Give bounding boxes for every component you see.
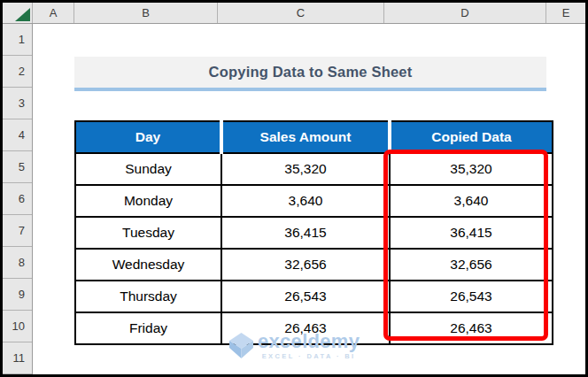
worksheet-area: A B C D E 1 2 3 4 5 6 7 8 9 10 11 Copyin…	[3, 3, 585, 374]
cell-sales[interactable]: 32,656	[221, 249, 390, 281]
watermark: exceldemy EXCEL · DATA · BI	[229, 332, 360, 360]
row-header-strip: 1 2 3 4 5 6 7 8 9 10 11	[3, 24, 33, 374]
row-header-1[interactable]: 1	[3, 24, 32, 56]
watermark-text-group: exceldemy EXCEL · DATA · BI	[258, 332, 360, 360]
watermark-brand: exceldemy	[258, 332, 360, 351]
cell-sales[interactable]: 36,415	[221, 217, 390, 249]
table-header-copied[interactable]: Copied Data	[390, 121, 553, 153]
cell-day[interactable]: Sunday	[75, 153, 221, 185]
excel-screenshot: A B C D E 1 2 3 4 5 6 7 8 9 10 11 Copyin…	[0, 0, 588, 377]
cell-day[interactable]: Friday	[75, 312, 221, 344]
title-cell[interactable]: Copying Data to Same Sheet	[74, 57, 546, 91]
row-header-6[interactable]: 6	[3, 183, 32, 215]
cell-sales[interactable]: 3,640	[221, 185, 390, 217]
exceldemy-logo-icon	[229, 333, 253, 358]
row-header-4[interactable]: 4	[3, 119, 32, 151]
cell-sales[interactable]: 26,543	[221, 281, 390, 312]
column-header-e[interactable]: E	[546, 3, 585, 23]
row-header-3[interactable]: 3	[3, 88, 32, 119]
row-header-7[interactable]: 7	[3, 215, 32, 247]
column-header-c[interactable]: C	[218, 3, 384, 23]
select-all-triangle-icon	[15, 8, 30, 21]
select-all-button[interactable]	[3, 3, 33, 23]
row-header-8[interactable]: 8	[3, 247, 32, 279]
row-header-11[interactable]: 11	[3, 342, 32, 374]
table-header-day[interactable]: Day	[75, 121, 221, 153]
row-header-10[interactable]: 10	[3, 311, 32, 342]
column-header-d[interactable]: D	[384, 3, 546, 23]
page-title: Copying Data to Same Sheet	[209, 64, 413, 81]
column-header-a[interactable]: A	[33, 3, 74, 23]
cell-day[interactable]: Tuesday	[75, 217, 221, 249]
row-header-9[interactable]: 9	[3, 279, 32, 311]
table-header-row: Day Sales Amount Copied Data	[75, 121, 553, 153]
copied-data-highlight-border	[383, 150, 548, 341]
row-header-5[interactable]: 5	[3, 151, 32, 183]
row-header-2[interactable]: 2	[3, 56, 32, 88]
table-header-sales[interactable]: Sales Amount	[221, 121, 390, 153]
cell-day[interactable]: Thursday	[75, 281, 221, 312]
column-header-strip: A B C D E	[3, 3, 585, 24]
watermark-tagline: EXCEL · DATA · BI	[262, 353, 356, 360]
cell-sales[interactable]: 35,320	[221, 153, 390, 185]
column-header-b[interactable]: B	[74, 3, 218, 23]
cell-day[interactable]: Wednesday	[75, 249, 221, 281]
cell-day[interactable]: Monday	[75, 185, 221, 217]
